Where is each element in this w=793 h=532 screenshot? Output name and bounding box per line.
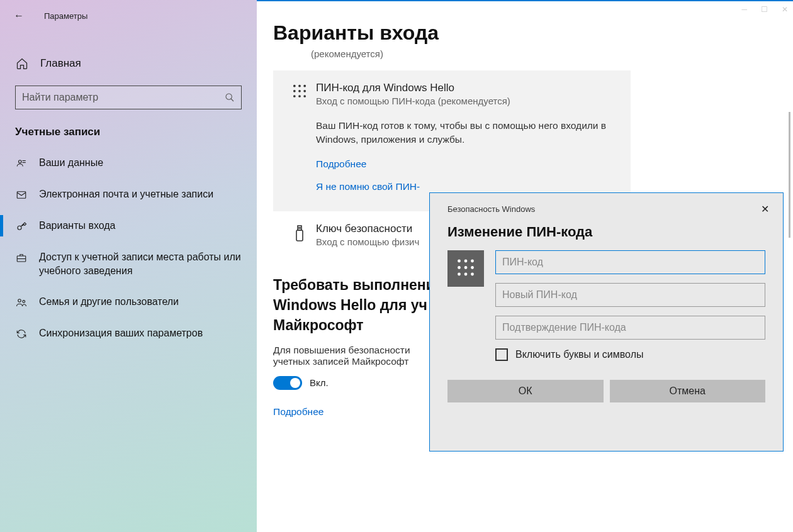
svg-point-26 <box>471 260 474 263</box>
pin-description: Ваш ПИН-код готов к тому, чтобы вы с пом… <box>316 119 617 147</box>
pin-forgot-link[interactable]: Я не помню свой ПИН- <box>316 181 617 192</box>
scrollbar[interactable] <box>789 112 790 238</box>
svg-point-9 <box>18 299 21 302</box>
svg-point-12 <box>298 85 301 87</box>
hello-toggle[interactable] <box>273 376 302 390</box>
nav-label: Доступ к учетной записи места работы или… <box>39 250 242 277</box>
cancel-button[interactable]: Отмена <box>610 380 766 402</box>
card-header: ПИН-код для Windows Hello Вход с помощью… <box>287 82 617 106</box>
letters-symbols-checkbox[interactable] <box>495 348 508 361</box>
home-icon <box>15 57 29 70</box>
maximize-icon[interactable]: ☐ <box>761 5 768 14</box>
svg-rect-21 <box>298 226 301 230</box>
svg-point-18 <box>298 95 301 97</box>
nav-label: Варианты входа <box>39 219 116 233</box>
recommended-note: (рекомендуется) <box>311 48 793 59</box>
svg-point-0 <box>226 94 232 99</box>
svg-point-31 <box>464 273 468 276</box>
svg-point-32 <box>471 273 474 276</box>
sidebar-home[interactable]: Главная <box>0 50 257 77</box>
search-input[interactable] <box>22 92 225 103</box>
svg-point-27 <box>458 266 461 269</box>
people-icon <box>15 296 28 309</box>
back-arrow-icon[interactable]: ← <box>14 10 24 21</box>
svg-point-2 <box>19 160 22 163</box>
change-pin-dialog: Безопасность Windows ✕ Изменение ПИН-код… <box>429 192 784 452</box>
ok-button[interactable]: ОК <box>447 380 604 402</box>
svg-point-6 <box>18 226 21 230</box>
minimize-icon[interactable]: ─ <box>741 5 747 14</box>
svg-point-15 <box>298 90 301 92</box>
svg-point-17 <box>293 95 296 97</box>
window-controls: ─ ☐ ✕ <box>741 5 788 14</box>
mail-icon <box>15 189 28 201</box>
svg-rect-5 <box>17 192 26 199</box>
svg-point-28 <box>464 266 468 269</box>
briefcase-icon <box>15 252 28 264</box>
toggle-label: Вкл. <box>310 377 329 388</box>
pin-title: ПИН-код для Windows Hello <box>316 82 510 94</box>
nav-label: Электронная почта и учетные записи <box>39 187 213 201</box>
close-icon[interactable]: ✕ <box>782 5 788 14</box>
sidebar-item-email-accounts[interactable]: Электронная почта и учетные записи <box>0 179 257 210</box>
svg-point-10 <box>23 301 25 303</box>
keypad-icon <box>447 250 484 287</box>
svg-point-24 <box>458 260 461 263</box>
new-pin-input[interactable] <box>495 283 765 307</box>
settings-sidebar: ← Параметры Главная Учетные записи Ваши … <box>0 0 257 532</box>
page-title: Варианты входа <box>273 21 793 45</box>
titlebar: ← Параметры <box>0 0 257 31</box>
svg-point-13 <box>303 85 306 87</box>
sidebar-item-your-info[interactable]: Ваши данные <box>0 147 257 179</box>
pin-subtitle: Вход с помощью ПИН-кода (рекомендуется) <box>316 96 510 106</box>
search-container <box>15 86 242 109</box>
sidebar-item-signin-options[interactable]: Варианты входа <box>0 210 257 241</box>
key-subtitle: Вход с помощью физич <box>316 236 419 247</box>
confirm-pin-input[interactable] <box>495 316 765 340</box>
current-pin-input[interactable] <box>495 250 765 274</box>
window-title: Параметры <box>44 11 87 21</box>
svg-point-25 <box>464 260 468 263</box>
svg-point-19 <box>303 95 306 97</box>
sidebar-item-family[interactable]: Семья и другие пользователи <box>0 286 257 318</box>
svg-point-29 <box>471 266 474 269</box>
search-icon <box>225 92 235 103</box>
svg-point-11 <box>293 85 296 87</box>
nav-label: Синхронизация ваших параметров <box>39 326 203 340</box>
dialog-app-name: Безопасность Windows <box>447 204 535 214</box>
usb-key-icon <box>287 223 312 243</box>
sidebar-section-header: Учетные записи <box>0 109 257 147</box>
search-box[interactable] <box>15 86 242 109</box>
sidebar-item-work-school[interactable]: Доступ к учетной записи места работы или… <box>0 241 257 286</box>
nav-label: Ваши данные <box>39 156 103 170</box>
svg-point-30 <box>458 273 461 276</box>
svg-point-16 <box>303 90 306 92</box>
pin-more-link[interactable]: Подробнее <box>316 158 617 170</box>
dialog-close-icon[interactable]: ✕ <box>756 201 774 218</box>
require-hello-title: Требовать выполнени Windows Hello для уч… <box>273 275 437 336</box>
checkbox-label: Включить буквы и символы <box>515 349 644 360</box>
key-title: Ключ безопасности <box>316 223 419 235</box>
svg-line-1 <box>231 99 233 101</box>
keypad-icon <box>287 82 312 101</box>
svg-point-14 <box>293 90 296 92</box>
person-card-icon <box>15 157 28 170</box>
pin-card[interactable]: ПИН-код для Windows Hello Вход с помощью… <box>273 70 631 211</box>
nav-label: Семья и другие пользователи <box>39 295 179 309</box>
home-label: Главная <box>40 57 81 70</box>
dialog-title: Изменение ПИН-кода <box>430 220 783 250</box>
sidebar-item-sync[interactable]: Синхронизация ваших параметров <box>0 318 257 349</box>
sync-icon <box>15 328 28 340</box>
svg-rect-20 <box>296 230 303 241</box>
key-icon <box>15 220 28 233</box>
